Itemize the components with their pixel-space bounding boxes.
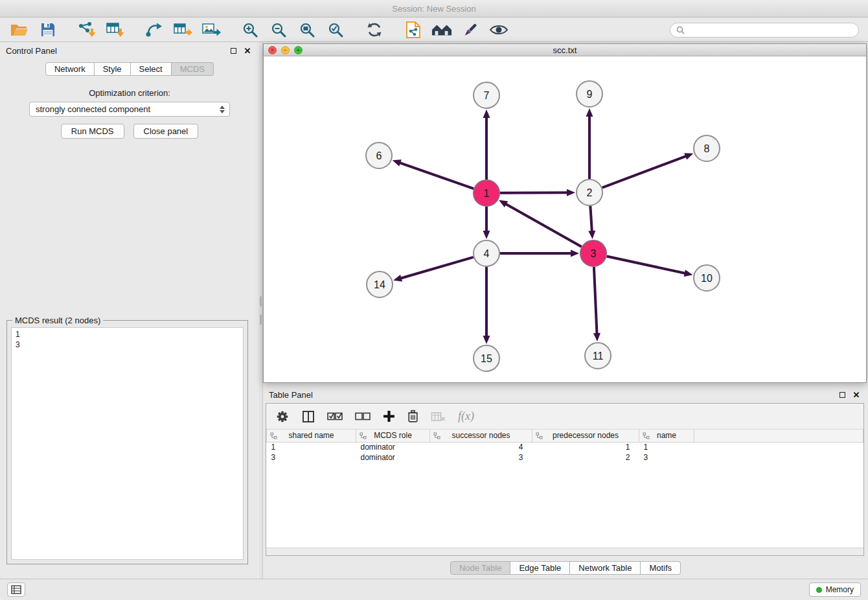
column-header-predecessor-nodes[interactable]: predecessor nodes bbox=[532, 430, 639, 442]
network-window: × − + scc.txt 7968124314101511 bbox=[263, 43, 867, 383]
panel-list-menu-button[interactable] bbox=[7, 583, 25, 597]
network-window-titlebar[interactable]: × − + scc.txt bbox=[264, 44, 866, 56]
first-neighbors-icon[interactable] bbox=[431, 20, 452, 40]
tab-node-table[interactable]: Node Table bbox=[450, 561, 511, 575]
zoom-in-icon[interactable] bbox=[240, 20, 260, 40]
node-4[interactable]: 4 bbox=[474, 240, 499, 266]
edge-3-1[interactable] bbox=[505, 203, 582, 246]
node-6[interactable]: 6 bbox=[366, 143, 392, 168]
tab-network-table[interactable]: Network Table bbox=[570, 561, 641, 575]
mcds-buttons-row: Run MCDS Close panel bbox=[0, 124, 259, 139]
edge-2-3[interactable] bbox=[590, 206, 592, 232]
export-network-glyph bbox=[145, 21, 163, 38]
tab-style[interactable]: Style bbox=[95, 62, 131, 76]
table-row[interactable]: 1dominator411 bbox=[267, 442, 863, 452]
search-box[interactable] bbox=[670, 23, 859, 38]
tab-mcds[interactable]: MCDS bbox=[172, 62, 214, 76]
close-window-icon[interactable]: × bbox=[268, 46, 277, 54]
column-header-shared-name[interactable]: shared name bbox=[267, 430, 356, 442]
minimize-window-icon[interactable]: − bbox=[281, 46, 290, 54]
edge-2-8[interactable] bbox=[602, 156, 687, 188]
export-image-icon[interactable] bbox=[201, 20, 222, 40]
mcds-result-item[interactable]: 1 bbox=[12, 329, 243, 340]
import-network-glyph bbox=[77, 21, 97, 38]
tab-network[interactable]: Network bbox=[45, 62, 95, 76]
mcds-result-item[interactable]: 3 bbox=[12, 340, 243, 350]
apply-style-brush-icon[interactable] bbox=[460, 20, 481, 40]
show-columns-icon[interactable] bbox=[302, 410, 315, 423]
column-header-successor-nodes[interactable]: successor nodes bbox=[430, 430, 532, 442]
node-7[interactable]: 7 bbox=[474, 82, 499, 108]
function-builder-icon[interactable]: f(x) bbox=[458, 410, 474, 423]
node-9[interactable]: 9 bbox=[577, 81, 602, 107]
memory-label: Memory bbox=[826, 585, 854, 594]
column-header-name[interactable]: name bbox=[639, 430, 694, 442]
arrowhead-3-10 bbox=[684, 270, 693, 277]
table-scroll-area[interactable]: shared nameMCDS rolesuccessor nodesprede… bbox=[266, 430, 863, 548]
houses-glyph bbox=[431, 22, 452, 38]
edge-1-2[interactable] bbox=[500, 192, 568, 193]
tab-motifs[interactable]: Motifs bbox=[641, 561, 681, 575]
arrowhead-1-4 bbox=[483, 231, 490, 239]
mcds-result-list[interactable]: 13 bbox=[11, 327, 244, 560]
import-table-glyph bbox=[106, 21, 125, 38]
float-table-panel-icon[interactable] bbox=[836, 389, 848, 400]
open-file-icon[interactable] bbox=[9, 20, 30, 40]
open-session-document-icon[interactable] bbox=[403, 20, 424, 40]
trash-glyph bbox=[407, 410, 418, 423]
zoom-selected-glyph bbox=[327, 21, 344, 38]
create-column-plus-icon[interactable] bbox=[383, 410, 395, 422]
edge-3-11[interactable] bbox=[594, 267, 597, 334]
zoom-selected-icon[interactable] bbox=[325, 20, 346, 40]
zoom-out-icon[interactable] bbox=[268, 20, 289, 40]
close-table-panel-icon[interactable]: ✕ bbox=[851, 389, 862, 400]
search-input[interactable] bbox=[689, 25, 852, 35]
delete-column-trash-icon[interactable] bbox=[407, 410, 418, 423]
run-mcds-button[interactable]: Run MCDS bbox=[61, 124, 124, 139]
refresh-toolbar-group bbox=[364, 20, 385, 40]
network-canvas[interactable]: 7968124314101511 bbox=[264, 56, 866, 382]
float-panel-icon[interactable] bbox=[227, 45, 239, 56]
save-session-icon[interactable] bbox=[38, 20, 58, 40]
node-8[interactable]: 8 bbox=[694, 135, 720, 161]
export-table-icon[interactable] bbox=[172, 20, 193, 40]
tab-select[interactable]: Select bbox=[131, 62, 172, 76]
edge-4-14[interactable] bbox=[400, 257, 474, 279]
arrowhead-2-8 bbox=[684, 153, 693, 159]
export-network-icon[interactable] bbox=[144, 20, 165, 40]
close-panel-icon[interactable]: ✕ bbox=[242, 45, 253, 56]
arrowhead-3-11 bbox=[593, 333, 600, 341]
zoom-fit-icon[interactable] bbox=[297, 20, 317, 40]
zoom-window-icon[interactable]: + bbox=[294, 46, 303, 54]
horizontal-scrollbar[interactable] bbox=[266, 548, 863, 555]
column-header-MCDS-role[interactable]: MCDS role bbox=[356, 430, 430, 442]
edge-1-6[interactable] bbox=[399, 163, 474, 189]
import-table-icon[interactable] bbox=[105, 20, 126, 40]
node-10[interactable]: 10 bbox=[694, 265, 720, 291]
node-1[interactable]: 1 bbox=[474, 180, 499, 206]
select-all-columns-icon[interactable] bbox=[327, 411, 343, 421]
file-toolbar-group bbox=[9, 20, 58, 40]
edge-3-10[interactable] bbox=[607, 256, 686, 273]
show-graphics-details-icon[interactable] bbox=[488, 20, 509, 40]
refresh-view-icon[interactable] bbox=[364, 20, 385, 40]
attribute-tree-icon bbox=[433, 432, 440, 439]
node-11[interactable]: 11 bbox=[585, 343, 611, 369]
node-3[interactable]: 3 bbox=[580, 240, 606, 266]
node-2[interactable]: 2 bbox=[577, 179, 602, 205]
memory-button[interactable]: Memory bbox=[809, 583, 861, 597]
node-14[interactable]: 14 bbox=[367, 271, 393, 297]
import-network-icon[interactable] bbox=[76, 20, 97, 40]
table-tabs: Node TableEdge TableNetwork TableMotifs bbox=[263, 561, 868, 575]
table-row[interactable]: 3dominator323 bbox=[267, 452, 863, 463]
unselect-all-columns-icon[interactable] bbox=[355, 411, 371, 421]
tab-edge-table[interactable]: Edge Table bbox=[510, 561, 570, 575]
table-settings-gear-icon[interactable] bbox=[275, 410, 290, 424]
close-panel-button[interactable]: Close panel bbox=[133, 124, 199, 139]
arrowhead-4-15 bbox=[483, 336, 490, 344]
node-15[interactable]: 15 bbox=[474, 345, 499, 371]
search-icon bbox=[676, 26, 685, 34]
delete-table-icon[interactable] bbox=[431, 411, 446, 422]
optimization-dropdown[interactable]: strongly connected component bbox=[29, 102, 230, 117]
table-panel-header: Table Panel ✕ bbox=[263, 386, 868, 403]
